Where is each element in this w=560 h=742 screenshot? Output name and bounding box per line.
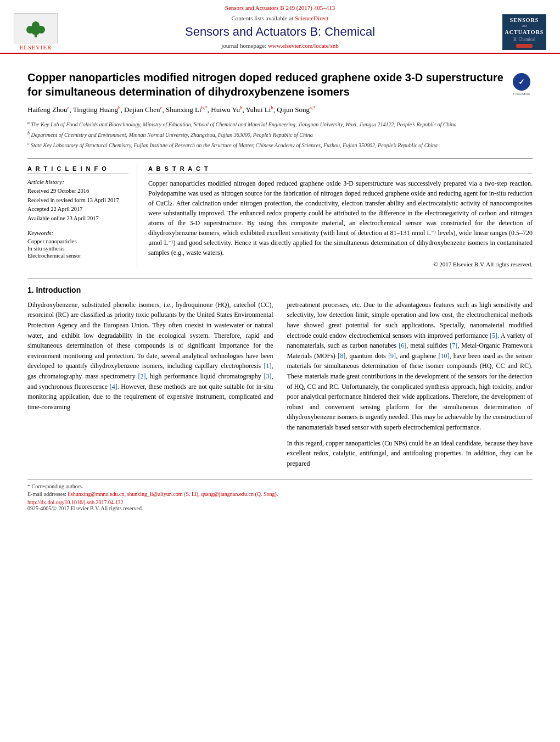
article-history-label: Article history: [27, 178, 128, 185]
authors-line: Haifeng Zhoua, Tingting Huangb, Dejian C… [27, 104, 533, 115]
sensors-logo-box: SENSORS and ACTUATORS B: Chemical [502, 14, 546, 50]
ref-1: [1] [264, 362, 272, 370]
journal-homepage: journal homepage: www.elsevier.com/locat… [60, 42, 500, 49]
footer-emails: E-mail addresses: lishunxing@mnnu.edu.cn… [27, 491, 533, 497]
keywords-section: Keywords: Copper nanoparticles In situ s… [27, 230, 128, 259]
crossmark: ✓ CrossMark [511, 73, 533, 96]
ref-8: [8] [338, 352, 345, 360]
affiliations: a The Key Lab of Food Colloids and Biote… [27, 120, 533, 150]
copyright-line: © 2017 Elsevier B.V. All rights reserved… [148, 261, 533, 267]
keyword-2: In situ synthesis [27, 246, 128, 252]
ref-2: [2] [138, 372, 145, 380]
abstract-title: A B S T R A C T [148, 165, 533, 174]
series-b: B: Chemical [513, 37, 535, 42]
article-title: Copper nanoparticles modified nitrogen d… [27, 70, 505, 99]
ref-9: [9] [388, 352, 396, 360]
elsevier-tree-icon [25, 19, 47, 38]
article-info-title: A R T I C L E I N F O [27, 165, 128, 174]
accepted-date: Accepted 22 April 2017 [27, 205, 128, 214]
ref-7: [7] [450, 342, 457, 349]
header-main-row: ELSEVIER Contents lists available at Sci… [0, 13, 560, 51]
intro-para-right-2: In this regard, copper nanoparticles (Cu… [287, 438, 533, 469]
abstract-section: A B S T R A C T Copper nanoparticles mod… [148, 165, 533, 267]
article-info: A R T I C L E I N F O Article history: R… [27, 165, 137, 267]
info-abstract-row: A R T I C L E I N F O Article history: R… [27, 158, 533, 267]
sensors-logo-image [516, 44, 533, 48]
affiliation-a: a The Key Lab of Food Colloids and Biote… [27, 120, 533, 129]
journal-title: Sensors and Actuators B: Chemical [60, 25, 500, 39]
ref-5: [5] [490, 332, 497, 339]
section-1-heading: 1. Introduction [27, 286, 533, 294]
actuators-word: ACTUATORS [505, 29, 544, 36]
section-divider [27, 278, 533, 279]
elsevier-text: ELSEVIER [20, 44, 52, 51]
ref-6: [6] [399, 342, 406, 349]
body-col-right: pretreatment processes, etc. Due to the … [287, 300, 533, 475]
body-two-col: Dihydroxybenzene, substituted phenolic i… [27, 300, 533, 475]
abstract-text: Copper nanoparticles modified nitrogen d… [148, 178, 533, 258]
body-col-left: Dihydroxybenzene, substituted phenolic i… [27, 300, 273, 475]
ref-4: [4] [110, 383, 117, 390]
page-header: Sensors and Actuators B 249 (2017) 405–4… [0, 0, 560, 54]
elsevier-logo-box [14, 13, 58, 43]
crossmark-label: CrossMark [513, 92, 530, 96]
received-date: Received 29 October 2016 [27, 187, 128, 196]
intro-para-right-1: pretreatment processes, etc. Due to the … [287, 300, 533, 433]
sensors-and: and [522, 24, 527, 29]
intro-para-left: Dihydroxybenzene, substituted phenolic i… [27, 300, 273, 412]
contents-line: Contents lists available at ScienceDirec… [60, 15, 500, 21]
sensors-logo: SENSORS and ACTUATORS B: Chemical [500, 14, 549, 50]
available-date: Available online 23 April 2017 [27, 215, 128, 223]
citation-text: Sensors and Actuators B 249 (2017) 405–4… [225, 4, 335, 11]
doi-link[interactable]: http://dx.doi.org/10.1016/j.snb.2017.04.… [27, 499, 533, 505]
journal-citation: Sensors and Actuators B 249 (2017) 405–4… [0, 4, 560, 11]
sensors-word: SENSORS [510, 16, 539, 24]
journal-center: Contents lists available at ScienceDirec… [60, 15, 500, 49]
received-revised-date: Received in revised form 13 April 2017 [27, 197, 128, 205]
crossmark-icon: ✓ [513, 73, 530, 91]
title-section: Copper nanoparticles modified nitrogen d… [27, 65, 533, 99]
affiliation-b: b Department of Chemistry and Environmen… [27, 130, 533, 139]
ref-10: [10] [438, 352, 449, 360]
sciencedirect-link[interactable]: ScienceDirect [295, 15, 329, 21]
svg-point-4 [32, 21, 40, 29]
ref-3: [3] [264, 372, 272, 380]
footer: * Corresponding authors. E-mail addresse… [27, 479, 533, 511]
paper-body: Copper nanoparticles modified nitrogen d… [0, 54, 560, 522]
email-addresses: lishunxing@mnnu.edu.cn, shunxing_li@aliy… [68, 491, 278, 497]
keyword-1: Copper nanoparticles [27, 238, 128, 244]
elsevier-logo: ELSEVIER [11, 13, 60, 51]
keyword-3: Electrochemical sensor [27, 253, 128, 259]
affiliation-c: c State Key Laboratory of Structural Che… [27, 141, 533, 149]
keywords-label: Keywords: [27, 230, 128, 236]
corresponding-note: * Corresponding authors. [27, 483, 533, 489]
homepage-link[interactable]: www.elsevier.com/locate/snb [268, 42, 339, 49]
issn-line: 0925-4005/© 2017 Elsevier B.V. All right… [27, 505, 533, 511]
